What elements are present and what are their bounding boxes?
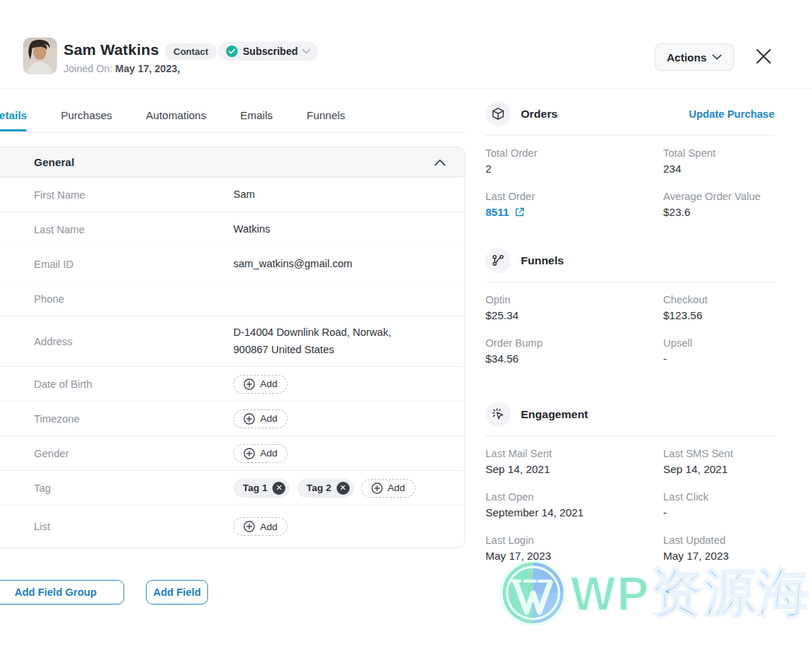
contact-avatar [23, 38, 57, 74]
add-value-button[interactable]: Add [233, 517, 288, 536]
stat-label: Last Login [485, 534, 663, 546]
field-row-tag: TagTag 1✕Tag 2✕Add [0, 471, 465, 506]
status-badge[interactable]: Subscribed [218, 42, 318, 61]
field-label: Gender [34, 448, 233, 459]
field-value[interactable]: sam_watkins@gmail.com [233, 256, 353, 273]
field-row-gender: GenderAdd [0, 436, 465, 471]
circle-plus-icon [243, 413, 255, 425]
stat-value: 234 [663, 162, 774, 175]
add-value-button[interactable]: Add [233, 375, 288, 394]
field-value[interactable]: D-14004 Downlink Road, Norwak, 900867 Un… [233, 324, 391, 359]
add-value-button[interactable]: Add [233, 444, 288, 463]
stat-value: $25.34 [485, 309, 663, 321]
contact-type-badge: Contact [165, 43, 217, 60]
general-section-title: General [34, 156, 74, 168]
stat-value: Sep 14, 2021 [663, 463, 774, 475]
stat-label: Optin [485, 294, 663, 306]
field-row-date-of-birth: Date of BirthAdd [0, 367, 465, 402]
circle-plus-icon [243, 448, 255, 459]
stat-value: - [663, 506, 774, 519]
remove-tag-icon[interactable]: ✕ [272, 482, 285, 495]
watermark-cjk-text: 资源海 [650, 563, 811, 621]
stat-last-open: Last OpenSeptember 14, 2021 [485, 491, 663, 519]
field-row-address: AddressD-14004 Downlink Road, Norwak, 90… [0, 316, 465, 367]
tab-automations[interactable]: Automations [146, 109, 206, 131]
field-value[interactable]: Sam [233, 186, 255, 204]
section-engagement: EngagementLast Mail SentSep 14, 2021Last… [485, 402, 774, 562]
tag-chip: Tag 2✕ [297, 479, 353, 498]
engagement-header: Engagement [485, 402, 774, 427]
section-divider [485, 135, 774, 136]
chevron-down-icon [712, 54, 722, 60]
orders-header: OrdersUpdate Purchase [485, 101, 774, 126]
tag-chip: Tag 1✕ [233, 479, 290, 498]
stat-value: Sep 14, 2021 [485, 463, 663, 475]
cursor-click-icon [485, 402, 511, 427]
engagement-stats: Last Mail SentSep 14, 2021Last SMS SentS… [485, 448, 774, 562]
close-icon[interactable] [754, 47, 773, 66]
add-field-group-button[interactable]: Add Field Group [0, 580, 124, 604]
stat-label: Last Updated [663, 534, 774, 546]
field-label: Address [34, 336, 233, 347]
add-value-button[interactable]: Add [233, 410, 288, 428]
field-label: Tag [34, 482, 233, 494]
field-row-first-name: First NameSam [0, 178, 465, 212]
stat-label: Last Open [485, 491, 663, 503]
orders-title: Orders [521, 108, 679, 121]
tab-purchases[interactable]: Purchases [61, 109, 112, 131]
general-section-header[interactable]: General [0, 147, 465, 178]
tab-funnels[interactable]: Funnels [306, 109, 345, 131]
external-link-icon [514, 207, 525, 217]
stat-optin: Optin$25.34 [485, 294, 663, 321]
circle-plus-icon [371, 482, 383, 494]
field-row-phone: Phone [0, 282, 465, 316]
header-divider [0, 88, 812, 89]
field-row-list: ListAdd [0, 506, 465, 547]
chevron-down-icon [302, 48, 311, 54]
circle-plus-icon [243, 521, 255, 532]
general-panel: General First NameSamLast NameWatkinsEma… [0, 147, 465, 548]
stat-value[interactable]: 8511 [485, 206, 663, 218]
stat-checkout: Checkout$123.56 [663, 294, 774, 321]
funnels-title: Funnels [521, 254, 774, 267]
actions-button[interactable]: Actions [655, 43, 734, 71]
box-icon [485, 101, 511, 126]
field-label: Timezone [34, 413, 233, 425]
section-funnels: FunnelsOptin$25.34Checkout$123.56Order B… [485, 248, 774, 365]
update-purchase-link[interactable]: Update Purchase [689, 108, 774, 120]
subscribed-check-icon [225, 45, 238, 58]
stat-upsell: Upsell- [663, 337, 774, 365]
field-value[interactable]: Watkins [233, 221, 270, 238]
stat-value: May 17, 2023 [485, 550, 663, 562]
joined-on: Joined On: May 17, 2023, [64, 63, 180, 74]
stat-last-login: Last LoginMay 17, 2023 [485, 534, 663, 562]
section-divider [485, 282, 774, 282]
stat-value: May 17, 2023 [663, 550, 774, 562]
stat-last-order: Last Order8511 [485, 191, 663, 218]
stat-last-sms-sent: Last SMS SentSep 14, 2021 [663, 448, 774, 475]
tabs-divider [0, 132, 466, 133]
stat-total-spent: Total Spent234 [663, 147, 774, 175]
add-field-button[interactable]: Add Field [146, 580, 208, 604]
tag-label: Tag 1 [243, 482, 267, 493]
stat-order-bump: Order Bump$34.56 [485, 337, 663, 365]
stat-last-mail-sent: Last Mail SentSep 14, 2021 [485, 448, 663, 475]
stat-value: 2 [485, 162, 663, 175]
stat-last-click: Last Click- [663, 491, 774, 519]
stat-label: Last Order [485, 191, 663, 202]
funnels-header: Funnels [485, 248, 774, 273]
wordpress-logo-icon [500, 552, 566, 633]
tag-label: Tag 2 [306, 482, 331, 493]
order-id-link[interactable]: 8511 [485, 206, 509, 218]
stat-label: Average Order Value [663, 191, 774, 202]
tab-emails[interactable]: Emails [240, 109, 272, 131]
field-label: List [34, 521, 233, 532]
field-row-timezone: TimezoneAdd [0, 402, 465, 436]
stat-label: Order Bump [485, 337, 663, 349]
remove-tag-icon[interactable]: ✕ [337, 482, 350, 495]
chevron-up-icon[interactable] [434, 159, 446, 166]
tab-details[interactable]: Details [0, 109, 27, 131]
stat-value: $123.56 [663, 309, 774, 321]
stat-last-updated: Last UpdatedMay 17, 2023 [663, 534, 774, 562]
add-value-button[interactable]: Add [361, 479, 415, 498]
